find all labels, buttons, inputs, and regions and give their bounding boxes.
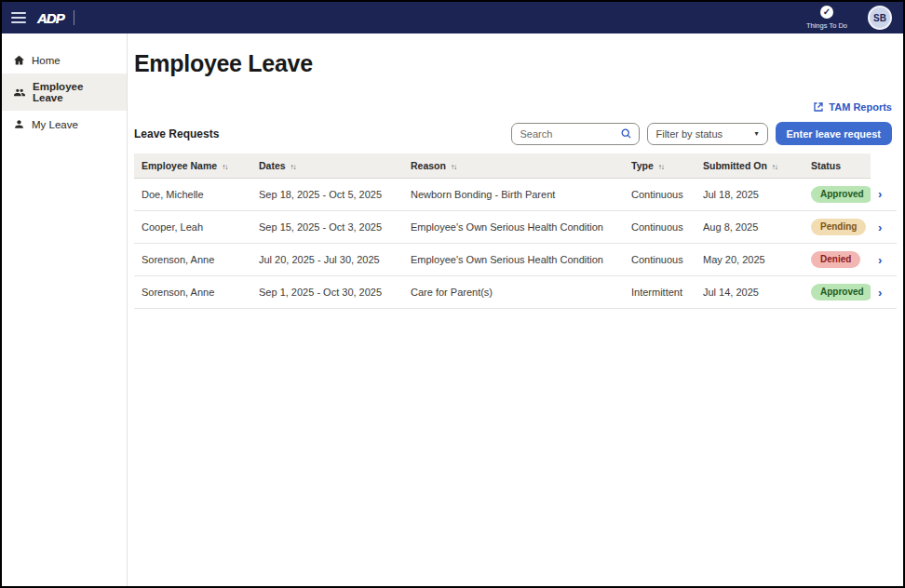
filter-by-status-dropdown[interactable]: Filter by status ▾ [647, 123, 768, 145]
adp-logo: ADP [37, 10, 64, 26]
cell-employee-name: Doe, Michelle [134, 179, 251, 211]
sidebar-item-label: Home [32, 55, 61, 66]
column-header: Status [804, 154, 871, 179]
cell-type: Intermittent [624, 276, 696, 309]
column-header-label: Dates [259, 160, 286, 171]
cell-submitted-on: Aug 8, 2025 [696, 211, 804, 244]
column-header[interactable]: Employee Name↑↓ [134, 154, 251, 179]
person-icon [13, 118, 25, 130]
chevron-down-icon: ▾ [754, 129, 758, 138]
tam-reports-link[interactable]: TAM Reports [813, 101, 892, 113]
cell-employee-name: Sorenson, Anne [134, 244, 251, 276]
status-badge: Approved [811, 186, 871, 203]
search-input[interactable] [511, 123, 640, 145]
cell-submitted-on: Jul 14, 2025 [696, 276, 804, 309]
cell-employee-name: Cooper, Leah [134, 211, 251, 244]
filter-value: Filter by status [656, 128, 723, 140]
status-badge: Pending [811, 219, 866, 235]
table-row[interactable]: Doe, Michelle Sep 18, 2025 - Oct 5, 2025… [134, 179, 897, 211]
cell-reason: Employee's Own Serious Health Condition [403, 244, 624, 276]
sort-icon[interactable]: ↑↓ [451, 163, 456, 171]
check-circle-icon: ✓ [820, 6, 833, 19]
status-badge: Denied [811, 251, 860, 268]
table-row[interactable]: Sorenson, Anne Sep 1, 2025 - Oct 30, 202… [134, 276, 897, 309]
topbar-divider [74, 10, 74, 25]
sidebar-nav: Home Employee Leave My Leave [2, 33, 128, 586]
app-window: ADP ✓ Things To Do SB Home Employee Leav… [0, 0, 905, 588]
sidebar-item-employee-leave[interactable]: Employee Leave [2, 74, 127, 111]
people-icon [13, 87, 26, 99]
sidebar-item-label: Employee Leave [33, 81, 115, 103]
column-header[interactable]: Dates↑↓ [251, 154, 403, 179]
column-header-label: Status [811, 160, 841, 171]
cell-type: Continuous [624, 244, 696, 276]
enter-leave-request-button[interactable]: Enter leave request [776, 122, 893, 145]
cell-reason: Care for Parent(s) [403, 276, 624, 309]
leave-table-body: Doe, Michelle Sep 18, 2025 - Oct 5, 2025… [134, 179, 897, 309]
cell-dates: Jul 20, 2025 - Jul 30, 2025 [251, 244, 403, 276]
cell-type: Continuous [624, 211, 696, 244]
sort-icon[interactable]: ↑↓ [658, 163, 664, 171]
home-icon [13, 54, 25, 66]
table-row[interactable]: Sorenson, Anne Jul 20, 2025 - Jul 30, 20… [134, 244, 897, 276]
sort-icon[interactable]: ↑↓ [290, 163, 296, 171]
page-title: Employee Leave [134, 50, 892, 77]
table-header-row: Employee Name↑↓Dates↑↓Reason↑↓Type↑↓Subm… [134, 154, 897, 179]
leave-requests-table: Employee Name↑↓Dates↑↓Reason↑↓Type↑↓Subm… [134, 154, 897, 309]
cell-type: Continuous [624, 179, 696, 211]
column-header[interactable]: Type↑↓ [624, 154, 696, 179]
cell-dates: Sep 15, 2025 - Oct 3, 2025 [251, 211, 403, 244]
column-header-label: Submitted On [703, 160, 767, 171]
things-to-do-label: Things To Do [806, 21, 847, 30]
status-badge: Approved [811, 284, 871, 301]
user-avatar[interactable]: SB [868, 6, 892, 30]
column-header[interactable]: Submitted On↑↓ [696, 154, 804, 179]
chevron-right-icon[interactable]: › [878, 253, 882, 267]
top-navbar: ADP ✓ Things To Do SB [2, 2, 903, 33]
sidebar-item-my-leave[interactable]: My Leave [2, 111, 127, 138]
table-row[interactable]: Cooper, Leah Sep 15, 2025 - Oct 3, 2025 … [134, 211, 897, 244]
cell-submitted-on: May 20, 2025 [696, 244, 804, 276]
chevron-right-icon[interactable]: › [878, 286, 882, 300]
sort-icon[interactable]: ↑↓ [772, 163, 777, 171]
sidebar-item-label: My Leave [32, 119, 78, 130]
column-header-label: Type [631, 160, 654, 171]
section-title: Leave Requests [134, 127, 219, 140]
column-header-label: Reason [411, 160, 446, 171]
tam-reports-label: TAM Reports [829, 101, 892, 113]
sidebar-item-home[interactable]: Home [2, 47, 127, 74]
chevron-right-icon[interactable]: › [878, 220, 882, 234]
cell-reason: Newborn Bonding - Birth Parent [403, 179, 624, 211]
column-header[interactable]: Reason↑↓ [403, 154, 624, 179]
chevron-right-icon[interactable]: › [878, 187, 882, 201]
external-link-icon [813, 101, 824, 113]
sort-icon[interactable]: ↑↓ [222, 163, 227, 171]
cell-dates: Sep 18, 2025 - Oct 5, 2025 [251, 179, 403, 211]
cell-reason: Employee's Own Serious Health Condition [403, 211, 624, 244]
cell-employee-name: Sorenson, Anne [134, 276, 251, 309]
cell-submitted-on: Jul 18, 2025 [696, 179, 804, 211]
main-content: Employee Leave TAM Reports Leave Request… [128, 33, 903, 586]
hamburger-menu-icon[interactable] [11, 12, 26, 23]
things-to-do-button[interactable]: ✓ Things To Do [806, 6, 847, 30]
cell-dates: Sep 1, 2025 - Oct 30, 2025 [251, 276, 403, 309]
column-header-label: Employee Name [142, 160, 217, 171]
